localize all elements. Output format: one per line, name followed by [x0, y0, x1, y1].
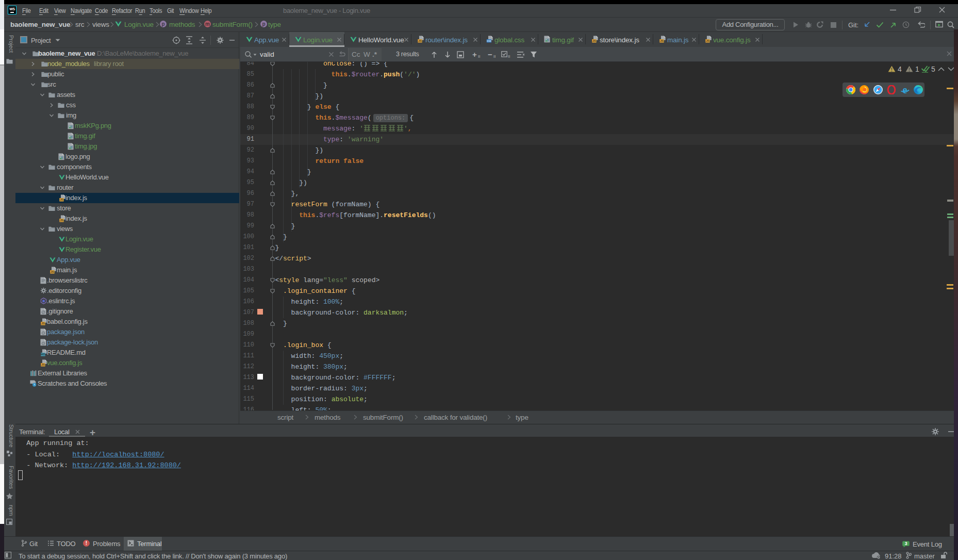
svg-text:JS: JS [41, 363, 45, 366]
svg-text:JS: JS [706, 39, 709, 42]
svg-text:JS: JS [60, 219, 63, 222]
svg-text:JS: JS [41, 322, 45, 325]
svg-text:JS: JS [418, 39, 422, 42]
svg-text:css: css [487, 39, 491, 42]
svg-text:MD: MD [41, 353, 45, 356]
svg-text:JS: JS [51, 270, 54, 273]
svg-text:3: 3 [905, 541, 907, 546]
svg-text:e: e [903, 85, 907, 94]
svg-text:JS: JS [60, 198, 63, 201]
svg-text:JS: JS [592, 39, 596, 42]
svg-text:JS: JS [660, 39, 664, 42]
